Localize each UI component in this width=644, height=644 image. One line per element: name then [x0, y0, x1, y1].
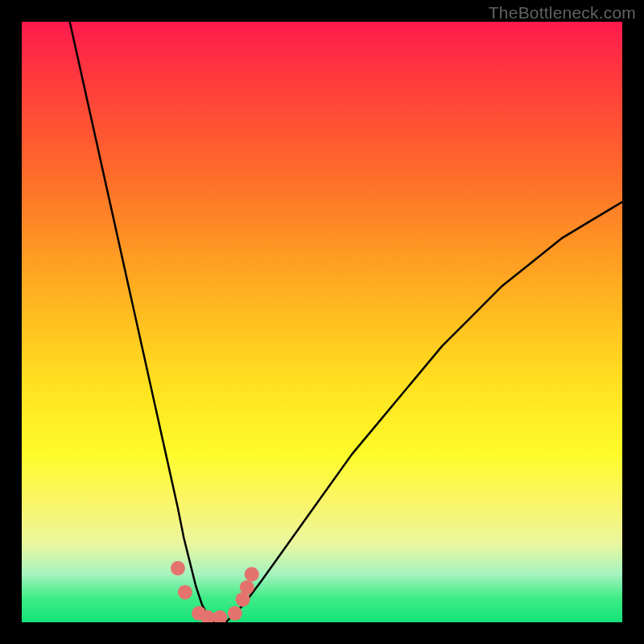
chart-svg — [22, 22, 622, 622]
chart-container: TheBottleneck.com — [0, 0, 644, 644]
plot-area — [22, 22, 622, 622]
marker-point — [245, 567, 259, 581]
watermark-text: TheBottleneck.com — [489, 3, 636, 23]
marker-point — [178, 585, 192, 600]
marker-layer — [171, 561, 259, 622]
curve-layer — [70, 22, 622, 622]
marker-point — [171, 561, 185, 576]
marker-point — [213, 610, 227, 622]
marker-point — [228, 606, 242, 621]
marker-point — [240, 580, 254, 595]
bottleneck-curve — [70, 22, 622, 622]
